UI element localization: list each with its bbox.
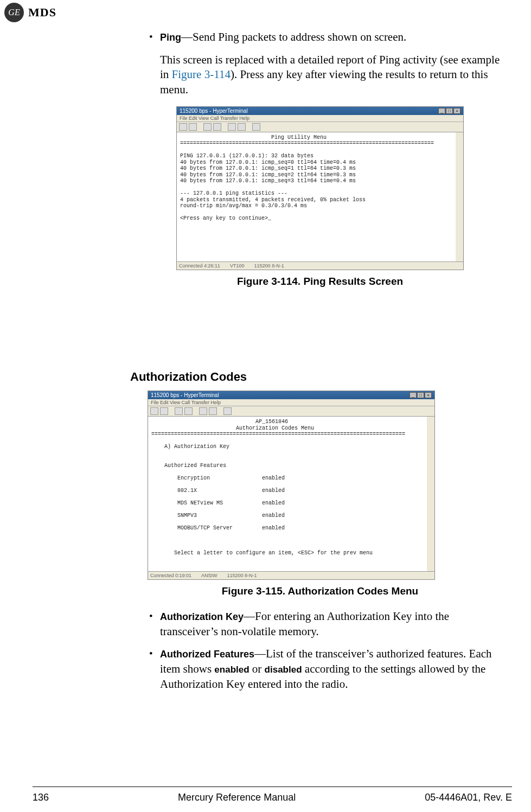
tool-icon[interactable]: [203, 123, 212, 131]
window-buttons: _ □ ×: [410, 392, 432, 398]
bullet-auth-key-label: Authorization Key: [160, 611, 244, 622]
window-title: 115200 bps - HyperTerminal: [151, 392, 219, 398]
tool-icon[interactable]: [238, 123, 246, 131]
footer-right: 05-4446A01, Rev. E: [425, 792, 512, 803]
window-buttons: _ □ ×: [438, 108, 460, 114]
status-port: 115200 8-N-1: [254, 263, 284, 268]
figure-115-caption: Figure 3-115. Authorization Codes Menu: [130, 585, 510, 597]
status-port: 115200 8-N-1: [227, 573, 257, 578]
page-number: 136: [33, 792, 49, 803]
tool-icon[interactable]: [213, 123, 221, 131]
tool-icon[interactable]: [150, 407, 158, 415]
tool-icon[interactable]: [223, 407, 232, 415]
bullet-auth-key: Authorization Key—For entering an Author…: [160, 609, 504, 639]
bullet-auth-features-label: Authorized Features: [160, 649, 254, 660]
disabled-text: disabled: [265, 664, 302, 675]
status-emu: VT100: [230, 263, 245, 268]
window-menubar: File Edit View Call Transfer Help: [177, 115, 463, 122]
tool-icon[interactable]: [199, 407, 207, 415]
tool-icon[interactable]: [189, 123, 197, 131]
terminal-body: AP_1561846 Authorization Codes Menu ====…: [148, 417, 434, 571]
tool-icon[interactable]: [252, 123, 260, 131]
close-icon[interactable]: ×: [453, 108, 460, 114]
window-menubar: File Edit View Call Transfer Help: [148, 399, 434, 406]
tool-icon[interactable]: [209, 407, 217, 415]
tool-icon[interactable]: [160, 407, 168, 415]
brand-logo: GE MDS: [4, 3, 56, 22]
status-connected: Connected 4:26:11: [179, 263, 220, 268]
footer-rule: [33, 787, 512, 787]
figure-114-caption: Figure 3-114. Ping Results Screen: [130, 276, 510, 287]
figure-114-window: 115200 bps - HyperTerminal _ □ × File Ed…: [176, 106, 464, 270]
or-text: or: [249, 662, 265, 675]
figure-115-window: 115200 bps - HyperTerminal _ □ × File Ed…: [148, 391, 435, 580]
page-footer: 136 Mercury Reference Manual 05-4446A01,…: [33, 792, 512, 803]
footer-center: Mercury Reference Manual: [178, 792, 296, 803]
minimize-icon[interactable]: _: [410, 392, 417, 398]
close-icon[interactable]: ×: [425, 392, 432, 398]
tool-icon[interactable]: [228, 123, 236, 131]
window-titlebar: 115200 bps - HyperTerminal _ □ ×: [148, 391, 434, 399]
bullet-ping: Ping—Send Ping packets to address shown …: [160, 30, 504, 45]
tool-icon[interactable]: [175, 407, 183, 415]
status-connected: Connected 0:19:01: [150, 573, 191, 578]
figure-link[interactable]: Figure 3-114: [172, 68, 231, 81]
status-emu: ANSIW: [201, 573, 217, 578]
bullet-ping-label: Ping: [160, 32, 181, 43]
ge-monogram-icon: GE: [4, 3, 24, 22]
maximize-icon[interactable]: □: [417, 392, 424, 398]
window-statusbar: Connected 0:19:01 ANSIW 115200 8-N-1: [148, 571, 434, 579]
window-statusbar: Connected 4:26:11 VT100 115200 8-N-1: [177, 261, 463, 270]
terminal-body: Ping Utility Menu ======================…: [177, 132, 463, 261]
section-heading-authorization-codes: Authorization Codes: [130, 370, 247, 384]
ping-body-para: This screen is replaced with a detailed …: [160, 53, 504, 98]
window-toolbar: [148, 406, 434, 417]
window-title: 115200 bps - HyperTerminal: [180, 108, 248, 114]
tool-icon[interactable]: [179, 123, 187, 131]
bullet-auth-features: Authorized Features—List of the transcei…: [160, 647, 504, 692]
tool-icon[interactable]: [184, 407, 193, 415]
enabled-text: enabled: [214, 664, 249, 675]
bullet-ping-desc: —Send Ping packets to address shown on s…: [181, 30, 406, 43]
maximize-icon[interactable]: □: [446, 108, 453, 114]
window-titlebar: 115200 bps - HyperTerminal _ □ ×: [177, 107, 463, 115]
window-toolbar: [177, 122, 463, 132]
mds-logo-text: MDS: [28, 5, 56, 20]
minimize-icon[interactable]: _: [438, 108, 445, 114]
